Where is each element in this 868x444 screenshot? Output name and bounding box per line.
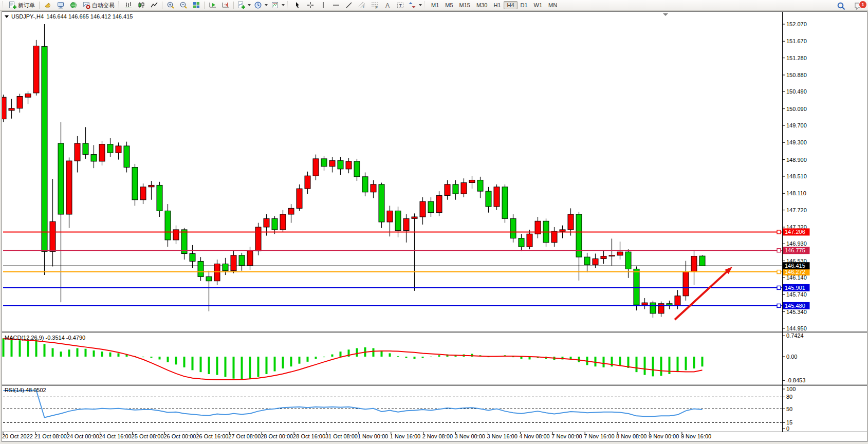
svg-text:25 Oct 08:00: 25 Oct 08:00 bbox=[132, 433, 164, 439]
timeframe-W1[interactable]: W1 bbox=[531, 1, 546, 9]
text-button[interactable]: A bbox=[381, 0, 394, 11]
svg-text:145.901: 145.901 bbox=[785, 285, 805, 291]
cursor-button[interactable] bbox=[291, 0, 304, 11]
toolbar-grip[interactable] bbox=[287, 2, 289, 9]
svg-text:150.090: 150.090 bbox=[786, 106, 807, 112]
vertical-line-button[interactable] bbox=[317, 0, 329, 11]
templates-button[interactable] bbox=[269, 0, 286, 11]
svg-text:146.272: 146.272 bbox=[785, 269, 805, 275]
toolbar-grip[interactable] bbox=[424, 2, 427, 9]
svg-text:20 Oct 2022: 20 Oct 2022 bbox=[2, 433, 33, 439]
svg-text:28 Oct 00:00: 28 Oct 00:00 bbox=[261, 433, 293, 439]
macd-indicator-label: MACD(12,26,9) -0.3514 -0.4790 bbox=[5, 335, 85, 341]
templates-icon bbox=[271, 1, 279, 9]
auto-trading-label: 自动交易 bbox=[92, 2, 115, 9]
trendline-icon bbox=[345, 1, 353, 9]
fibonacci-button[interactable]: F bbox=[368, 0, 381, 11]
svg-text:149.300: 149.300 bbox=[786, 139, 807, 145]
candlestick-chart-icon bbox=[137, 1, 145, 9]
svg-text:3 Nov 00:00: 3 Nov 00:00 bbox=[455, 433, 485, 439]
toolbar-grip[interactable] bbox=[2, 2, 4, 9]
svg-text:24 Oct 16:00: 24 Oct 16:00 bbox=[99, 433, 132, 439]
svg-text:7 Nov 16:00: 7 Nov 16:00 bbox=[584, 433, 614, 439]
equidistant-channel-icon: E bbox=[358, 1, 366, 9]
price-chart-canvas[interactable]: 152.070151.670151.280150.880150.490150.0… bbox=[2, 12, 867, 441]
svg-text:147.206: 147.206 bbox=[785, 229, 805, 235]
svg-text:0: 0 bbox=[786, 425, 789, 432]
auto-trading-button[interactable]: 自动交易 bbox=[80, 0, 117, 11]
svg-text:2 Nov 08:00: 2 Nov 08:00 bbox=[422, 433, 453, 439]
rsi-indicator-label: RSI(14) 48.0502 bbox=[5, 387, 46, 393]
timeframe-H1[interactable]: H1 bbox=[490, 1, 504, 9]
chevron-down-icon bbox=[248, 4, 251, 6]
timeframe-M30[interactable]: M30 bbox=[473, 1, 490, 9]
svg-text:151.670: 151.670 bbox=[786, 38, 807, 44]
horizontal-line-icon bbox=[332, 1, 340, 9]
equidistant-channel-button[interactable]: E bbox=[355, 0, 368, 11]
svg-text:50: 50 bbox=[786, 406, 792, 412]
svg-text:1 Nov 16:00: 1 Nov 16:00 bbox=[390, 433, 420, 439]
auto-scroll-button[interactable] bbox=[206, 0, 219, 11]
chart-menu-icon[interactable] bbox=[5, 15, 9, 18]
chart-window[interactable]: 152.070151.670151.280150.880150.490150.0… bbox=[2, 11, 867, 442]
svg-text:100: 100 bbox=[786, 386, 796, 392]
search-button[interactable] bbox=[835, 1, 847, 11]
svg-text:150.490: 150.490 bbox=[786, 88, 807, 95]
chart-shift-button[interactable] bbox=[219, 0, 232, 11]
timeframe-MN[interactable]: MN bbox=[545, 1, 560, 9]
chevron-down-icon bbox=[265, 4, 268, 6]
periods-button[interactable] bbox=[252, 0, 269, 11]
signal-button[interactable] bbox=[67, 0, 80, 11]
timeframe-H4[interactable]: H4 bbox=[504, 1, 517, 9]
mt4-window: { "toolbar": { "new_order": "新订单", "auto… bbox=[0, 0, 868, 444]
alerts-button[interactable] bbox=[41, 0, 54, 11]
svg-text:31 Oct 08:00: 31 Oct 08:00 bbox=[325, 433, 358, 439]
main-toolbar: 新订单 自动交易 E F A T M1M5M15M30H1H4D1W1MN 1 bbox=[0, 0, 868, 11]
zoom-in-icon bbox=[167, 1, 175, 9]
indicators-button[interactable] bbox=[235, 0, 252, 11]
candlestick-chart-button[interactable] bbox=[135, 0, 147, 11]
signal-icon bbox=[69, 1, 78, 9]
svg-text:145.480: 145.480 bbox=[785, 303, 805, 309]
line-chart-icon bbox=[150, 1, 158, 9]
chart-title: USDJPY-,H4 146.644 146.665 146.412 146.4… bbox=[5, 13, 133, 20]
history-center-button[interactable] bbox=[54, 0, 67, 11]
svg-text:152.070: 152.070 bbox=[786, 21, 807, 27]
bar-chart-button[interactable] bbox=[122, 0, 135, 11]
indicators-icon bbox=[237, 1, 245, 9]
horizontal-line-button[interactable] bbox=[329, 0, 342, 11]
autotrading-icon bbox=[82, 1, 90, 9]
timeframe-M1[interactable]: M1 bbox=[428, 1, 442, 9]
crosshair-button[interactable] bbox=[304, 0, 317, 11]
timeframe-M15[interactable]: M15 bbox=[456, 1, 473, 9]
chevron-down-icon bbox=[282, 4, 285, 6]
zoom-in-button[interactable] bbox=[164, 0, 177, 11]
trendline-button[interactable] bbox=[342, 0, 355, 11]
svg-text:F: F bbox=[375, 6, 377, 9]
chart-ohlc-values: 146.644 146.665 146.412 146.415 bbox=[46, 13, 133, 20]
svg-text:145.340: 145.340 bbox=[786, 309, 807, 315]
timeframe-M5[interactable]: M5 bbox=[442, 1, 456, 9]
svg-text:24 Oct 00:00: 24 Oct 00:00 bbox=[67, 433, 99, 439]
svg-text:28 Oct 16:00: 28 Oct 16:00 bbox=[293, 433, 325, 439]
toolbar-grip[interactable] bbox=[118, 2, 120, 9]
text-label-icon: T bbox=[396, 1, 404, 9]
time-axis[interactable]: 20 Oct 202221 Oct 08:0024 Oct 00:0024 Oc… bbox=[2, 432, 711, 440]
svg-text:15: 15 bbox=[786, 419, 792, 425]
timeframe-D1[interactable]: D1 bbox=[518, 1, 531, 9]
line-chart-button[interactable] bbox=[147, 0, 160, 11]
chat-button[interactable]: 1 bbox=[854, 2, 865, 11]
zoom-out-button[interactable] bbox=[177, 0, 190, 11]
separator bbox=[233, 2, 234, 9]
shapes-button[interactable] bbox=[407, 0, 423, 11]
text-label-button[interactable]: T bbox=[394, 0, 407, 11]
shapes-icon bbox=[408, 1, 416, 9]
svg-text:9 Nov 16:00: 9 Nov 16:00 bbox=[681, 433, 711, 439]
svg-text:148.510: 148.510 bbox=[786, 173, 807, 179]
svg-text:149.700: 149.700 bbox=[786, 122, 807, 128]
svg-text:146.415: 146.415 bbox=[785, 263, 805, 269]
new-order-button[interactable]: 新订单 bbox=[6, 0, 38, 11]
search-icon bbox=[837, 2, 846, 11]
tile-windows-button[interactable] bbox=[190, 0, 202, 11]
svg-text:7 Nov 00:00: 7 Nov 00:00 bbox=[551, 433, 582, 439]
